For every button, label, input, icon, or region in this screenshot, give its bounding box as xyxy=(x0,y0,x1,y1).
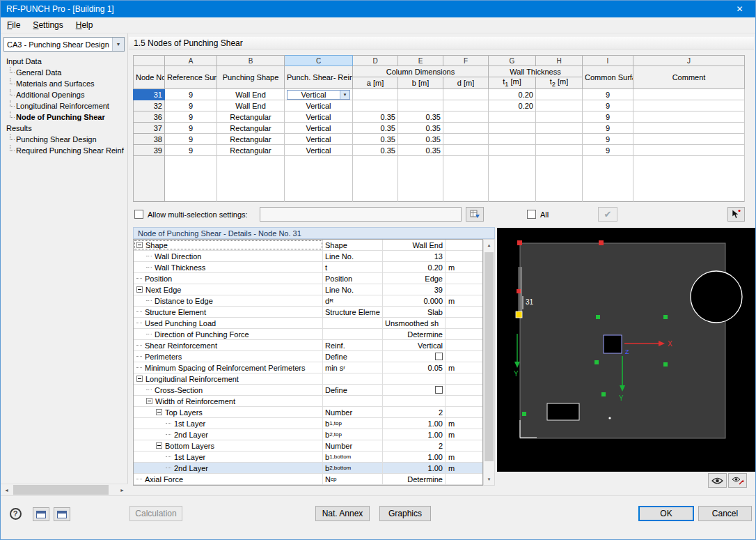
sidebar-item-general-data[interactable]: General Data xyxy=(3,67,127,78)
column-letter-d[interactable]: D xyxy=(353,56,398,66)
thickness-t1-cell[interactable] xyxy=(489,134,536,145)
collapse-icon[interactable] xyxy=(146,398,152,404)
dim-d-cell[interactable] xyxy=(443,123,489,134)
checkbox-icon[interactable] xyxy=(435,386,443,394)
graphics-button[interactable]: Graphics xyxy=(379,506,431,521)
details-value[interactable]: 1.00 xyxy=(383,463,446,473)
dim-d-cell[interactable] xyxy=(443,134,489,145)
menu-item-file[interactable]: File xyxy=(1,17,26,33)
sidebar-item-additional-openings[interactable]: Additional Openings xyxy=(3,89,127,100)
common-surfaces-cell[interactable]: 9 xyxy=(583,123,633,134)
dim-d-cell[interactable] xyxy=(443,89,489,100)
thickness-t1-cell[interactable] xyxy=(489,123,536,134)
details-value[interactable]: 0.000 xyxy=(383,295,446,306)
apply-settings-button[interactable] xyxy=(466,207,484,222)
calculation-button[interactable]: Calculation xyxy=(129,506,182,521)
details-value[interactable]: Vertical xyxy=(383,340,446,350)
details-value[interactable] xyxy=(383,351,446,362)
scroll-down-icon[interactable]: ▼ xyxy=(484,474,494,485)
thickness-t2-cell[interactable] xyxy=(536,111,583,123)
thickness-t1-cell[interactable] xyxy=(489,145,536,156)
sidebar-item-input-data[interactable]: Input Data xyxy=(3,56,127,67)
panel-toggle-1-button[interactable] xyxy=(33,507,49,521)
column-letter-f[interactable]: F xyxy=(443,56,489,66)
column-letter-h[interactable]: H xyxy=(536,56,583,66)
scroll-up-icon[interactable]: ▲ xyxy=(484,240,494,251)
punching-shape-cell[interactable]: Wall End xyxy=(217,100,285,111)
common-surfaces-cell[interactable]: 9 xyxy=(583,145,633,156)
design-case-selector[interactable]: CA3 - Punching Shear Design ▼ xyxy=(3,37,125,52)
comment-cell[interactable] xyxy=(633,89,745,100)
sidebar-item-longitudinal-reinforcement[interactable]: Longitudinal Reinforcement xyxy=(3,100,127,111)
dim-a-cell[interactable]: 0.35 xyxy=(353,111,398,123)
sidebar-item-materials-and-surfaces[interactable]: Materials and Surfaces xyxy=(3,78,127,89)
details-row-cross-section[interactable]: Cross-SectionDefine xyxy=(134,385,482,396)
details-row-2nd-layer[interactable]: 2nd Layerb2,top1.00m xyxy=(134,429,482,440)
details-row-1st-layer[interactable]: 1st Layerb1,bottom1.00m xyxy=(134,452,482,463)
details-row-wall-direction[interactable]: Wall DirectionLine No.13 xyxy=(134,251,482,262)
column-letter-e[interactable]: E xyxy=(398,56,443,66)
node-no-cell[interactable]: 39 xyxy=(134,145,165,156)
thickness-t1-cell[interactable]: 0.20 xyxy=(489,100,536,111)
all-checkbox[interactable] xyxy=(527,210,536,219)
confirm-button[interactable]: ✔ xyxy=(598,207,617,222)
panel-toggle-2-button[interactable] xyxy=(54,507,70,521)
graphics-canvas[interactable]: X Y Z Y 31 xyxy=(497,228,756,472)
combo-arrow-icon[interactable]: ▼ xyxy=(112,38,124,51)
ref-surface-cell[interactable]: 9 xyxy=(165,123,217,134)
details-value[interactable]: 39 xyxy=(383,284,446,295)
details-value[interactable]: Determine xyxy=(383,474,446,484)
reinforcement-cell[interactable]: Vertical xyxy=(285,145,353,156)
thickness-t2-cell[interactable] xyxy=(536,123,583,134)
details-row-axial-force[interactable]: Axial ForceNcpDetermine xyxy=(134,474,482,485)
details-row-1st-layer[interactable]: 1st Layerb1,top1.00m xyxy=(134,418,482,429)
node-no-cell[interactable]: 31 xyxy=(134,89,165,100)
details-value[interactable]: Determine xyxy=(383,329,446,339)
dim-b-cell[interactable] xyxy=(398,89,443,100)
collapse-icon[interactable] xyxy=(156,442,162,449)
node-no-cell[interactable]: 38 xyxy=(134,134,165,145)
dim-d-cell[interactable] xyxy=(443,145,489,156)
checkbox-icon[interactable] xyxy=(435,353,443,360)
details-value[interactable]: 0.05 xyxy=(383,362,446,373)
thickness-t2-cell[interactable] xyxy=(536,89,583,100)
collapse-icon[interactable] xyxy=(136,242,143,248)
table-row-node-37[interactable]: 379RectangularVertical0.350.359 xyxy=(134,123,745,134)
menu-item-settings[interactable]: Settings xyxy=(26,17,69,33)
details-value[interactable]: Wall End xyxy=(383,240,446,250)
reinforcement-cell[interactable]: Vertical xyxy=(285,111,353,123)
details-value[interactable]: Slab xyxy=(383,307,446,317)
common-surfaces-cell[interactable]: 9 xyxy=(583,134,633,145)
scrollbar-track[interactable] xyxy=(13,484,116,495)
dim-b-cell[interactable]: 0.35 xyxy=(398,145,443,156)
details-row-position[interactable]: PositionPositionEdge xyxy=(134,273,482,284)
reinforcement-cell[interactable]: Vertical xyxy=(285,100,353,111)
details-row-structure-element[interactable]: Structure ElementStructure ElemeSlab xyxy=(134,307,482,318)
details-value[interactable] xyxy=(383,373,446,384)
dim-b-cell[interactable] xyxy=(398,100,443,111)
common-surfaces-cell[interactable]: 9 xyxy=(583,111,633,123)
reinforcement-cell[interactable]: Vertical▼ xyxy=(285,89,353,100)
details-scrollbar[interactable]: ▲ ▼ xyxy=(483,239,495,486)
table-row-node-31[interactable]: 319Wall EndVertical▼0.209 xyxy=(134,89,745,100)
visibility-button[interactable] xyxy=(708,473,727,488)
table-row-node-38[interactable]: 389RectangularVertical0.350.359 xyxy=(134,134,745,145)
details-value[interactable]: 2 xyxy=(383,407,446,417)
details-row-distance-to-edge[interactable]: Distance to EdgedR0.000m xyxy=(134,295,482,307)
details-row-width-of-reinforcement[interactable]: Width of Reinforcement xyxy=(134,396,482,407)
menu-item-help[interactable]: Help xyxy=(70,17,100,33)
ref-surface-cell[interactable]: 9 xyxy=(165,111,217,123)
node-no-cell[interactable]: 32 xyxy=(134,100,165,111)
dim-a-cell[interactable]: 0.35 xyxy=(353,123,398,134)
column-letter-c[interactable]: C xyxy=(285,56,353,66)
ref-surface-cell[interactable]: 9 xyxy=(165,100,217,111)
combo-arrow-icon[interactable]: ▼ xyxy=(340,91,349,99)
dim-a-cell[interactable] xyxy=(353,100,398,111)
comment-cell[interactable] xyxy=(633,100,745,111)
column-letter-g[interactable]: G xyxy=(489,56,536,66)
details-row-bottom-layers[interactable]: Bottom LayersNumber2 xyxy=(134,440,482,452)
details-row-perimeters[interactable]: PerimetersDefine xyxy=(134,351,482,362)
dim-b-cell[interactable]: 0.35 xyxy=(398,123,443,134)
dim-a-cell[interactable] xyxy=(353,89,398,100)
ok-button[interactable]: OK xyxy=(638,506,694,521)
